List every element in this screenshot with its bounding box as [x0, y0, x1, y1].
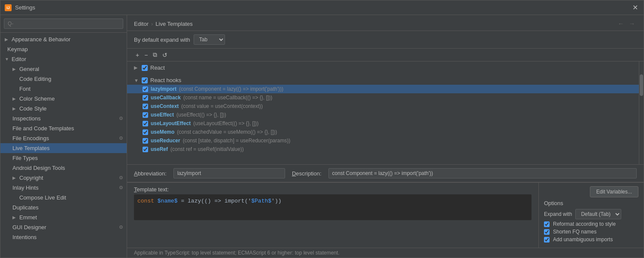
sidebar-item-color-scheme[interactable]: ▶ Color Scheme: [0, 94, 127, 104]
template-code-editor[interactable]: const $name$ = lazy(() => import('$Path$…: [134, 194, 532, 220]
usememo-checkbox[interactable]: [143, 129, 148, 135]
sidebar-item-copyright[interactable]: ▶ Copyright ⚙: [0, 173, 127, 183]
template-item-usereducer[interactable]: useReducer (const [state, dispatch] = us…: [127, 136, 639, 145]
useref-checkbox[interactable]: [143, 147, 148, 152]
chevron-icon: ▶: [12, 175, 18, 180]
sidebar-item-appearance[interactable]: ▶ Appearance & Behavior: [0, 34, 127, 44]
sidebar-item-inspections[interactable]: Inspections ⚙: [0, 114, 127, 123]
chevron-icon: ▼: [5, 57, 10, 61]
sidebar-item-general[interactable]: ▶ General: [0, 64, 127, 74]
item-name: useEffect: [151, 112, 174, 118]
scrollbar-thumb[interactable]: [640, 74, 643, 96]
item-desc: (const Component = lazy(() => import('pa…: [179, 86, 283, 92]
templates-area: ▶ React ▼ React hooks: [127, 61, 644, 165]
template-item-usecallback[interactable]: useCallback (const name = useCallback(()…: [127, 93, 639, 102]
react-hooks-group-checkbox[interactable]: [142, 77, 148, 83]
chevron-icon: ▶: [12, 96, 18, 101]
useeffect-checkbox[interactable]: [143, 112, 148, 118]
nav-back-button[interactable]: ←: [616, 20, 626, 27]
sidebar-item-gui-designer[interactable]: GUI Designer ⚙: [0, 222, 127, 232]
sidebar-item-label: Duplicates: [12, 204, 39, 211]
search-input[interactable]: [4, 18, 123, 29]
template-text-label-row: Template text:: [134, 186, 532, 193]
item-name: useReducer: [151, 138, 180, 144]
sidebar-item-label: Intentions: [12, 234, 36, 240]
sidebar-item-file-types[interactable]: File Types: [0, 153, 127, 163]
edit-variables-button[interactable]: Edit Variables...: [590, 186, 638, 197]
templates-list: ▶ React ▼ React hooks: [127, 61, 639, 164]
add-button[interactable]: +: [134, 51, 141, 59]
unambiguous-imports-checkbox[interactable]: [544, 237, 550, 243]
template-item-uselayouteffect[interactable]: useLayoutEffect (useLayoutEffect(() => {…: [127, 119, 639, 128]
sidebar-item-label: Font: [19, 86, 30, 92]
chevron-icon: ▶: [12, 106, 18, 111]
sidebar-item-font[interactable]: Font: [0, 84, 127, 94]
sidebar-item-label: File Types: [12, 155, 38, 161]
expand-with-select[interactable]: Default (Tab) Tab Enter: [575, 209, 621, 219]
sidebar-item-label: Appearance & Behavior: [12, 36, 70, 43]
sidebar-item-intentions[interactable]: Intentions: [0, 232, 127, 242]
sidebar-item-code-editing[interactable]: Code Editing: [0, 74, 127, 84]
template-item-useeffect[interactable]: useEffect (useEffect(() => {}, [])): [127, 111, 639, 119]
sidebar-item-file-code-templates[interactable]: File and Code Templates: [0, 123, 127, 133]
collapse-chevron-icon: ▶: [134, 65, 139, 71]
sidebar-item-compose-live-edit[interactable]: Compose Live Edit: [0, 193, 127, 203]
breadcrumb-current: Live Templates: [155, 21, 192, 27]
sidebar-item-code-style[interactable]: ▶ Code Style: [0, 104, 127, 114]
close-button[interactable]: ✕: [631, 3, 639, 12]
react-group-checkbox[interactable]: [142, 65, 148, 71]
sidebar-item-inlay-hints[interactable]: Inlay Hints ⚙: [0, 183, 127, 193]
lazyimport-checkbox[interactable]: [143, 86, 148, 92]
description-input[interactable]: const Component = lazy(() => import('pat…: [328, 168, 637, 178]
template-item-usecontext[interactable]: useContext (const value = useContext(con…: [127, 102, 639, 111]
item-desc: (const cachedValue = useMemo(() => {}, […: [177, 129, 277, 135]
uselayouteffect-checkbox[interactable]: [143, 121, 148, 126]
react-group-header[interactable]: ▶ React: [127, 63, 639, 72]
item-desc: (useEffect(() => {}, [])): [176, 112, 226, 118]
sidebar-item-emmet[interactable]: ▶ Emmet: [0, 212, 127, 222]
react-hooks-group-header[interactable]: ▼ React hooks: [127, 76, 639, 85]
usereducer-checkbox[interactable]: [143, 138, 148, 144]
sidebar-item-editor[interactable]: ▼ Editor: [0, 54, 127, 64]
main-content: ▶ Appearance & Behavior Keymap ▼ Editor …: [0, 15, 644, 258]
template-left: Template text: const $name$ = lazy(() =>…: [127, 183, 538, 248]
abbreviation-label: Abbreviation:: [134, 170, 167, 177]
react-hooks-group-label: React hooks: [150, 77, 181, 83]
sidebar-item-duplicates[interactable]: Duplicates: [0, 203, 127, 212]
sidebar-item-label: Copyright: [19, 175, 43, 181]
reformat-checkbox[interactable]: [544, 221, 550, 227]
sidebar-item-label: File and Code Templates: [12, 125, 74, 132]
template-item-useref[interactable]: useRef (const ref = useRef(initialValue)…: [127, 145, 639, 154]
sidebar-item-label: Inspections: [12, 115, 41, 122]
settings-icon: ⚙: [119, 175, 123, 181]
nav-forward-button[interactable]: →: [627, 20, 637, 27]
expand-with-row: Expand with Default (Tab) Tab Enter: [544, 209, 638, 219]
chevron-icon: ▶: [12, 67, 18, 71]
expand-select[interactable]: Tab Enter Space: [194, 34, 225, 45]
description-label: Description:: [292, 170, 322, 177]
reset-button[interactable]: ↺: [161, 51, 169, 59]
options-section: Options Expand with Default (Tab) Tab En…: [544, 200, 638, 243]
remove-button[interactable]: −: [143, 51, 149, 59]
sidebar-item-file-encodings[interactable]: File Encodings ⚙: [0, 133, 127, 143]
template-item-usememo[interactable]: useMemo (const cachedValue = useMemo(() …: [127, 128, 639, 136]
toolbar: + − ⧉ ↺: [127, 49, 644, 61]
shorten-fq-checkbox[interactable]: [544, 229, 550, 235]
reformat-label: Reformat according to style: [553, 221, 616, 227]
abbreviation-input[interactable]: lazyImport: [173, 168, 285, 178]
list-scrollbar[interactable]: [639, 61, 644, 164]
sidebar-item-keymap[interactable]: Keymap: [0, 44, 127, 54]
item-desc: (useLayoutEffect(() => {}, [])): [193, 120, 258, 126]
usecontext-checkbox[interactable]: [143, 104, 148, 109]
template-item-lazyimport[interactable]: lazyImport (const Component = lazy(() =>…: [127, 85, 639, 93]
template-text-area: Template text: const $name$ = lazy(() =>…: [127, 182, 644, 248]
item-name: useRef: [151, 146, 168, 152]
usecallback-checkbox[interactable]: [143, 95, 148, 101]
copy-button[interactable]: ⧉: [151, 50, 159, 59]
code-var-path: $Path$: [251, 198, 271, 204]
settings-window: IJ Settings ✕ ▶ Appearance & Behavior Ke…: [0, 0, 644, 258]
item-name: useLayoutEffect: [151, 120, 191, 126]
breadcrumb-parent: Editor: [134, 21, 149, 27]
sidebar-item-android-design-tools[interactable]: Android Design Tools: [0, 163, 127, 173]
sidebar-item-live-templates[interactable]: Live Templates: [0, 143, 127, 153]
